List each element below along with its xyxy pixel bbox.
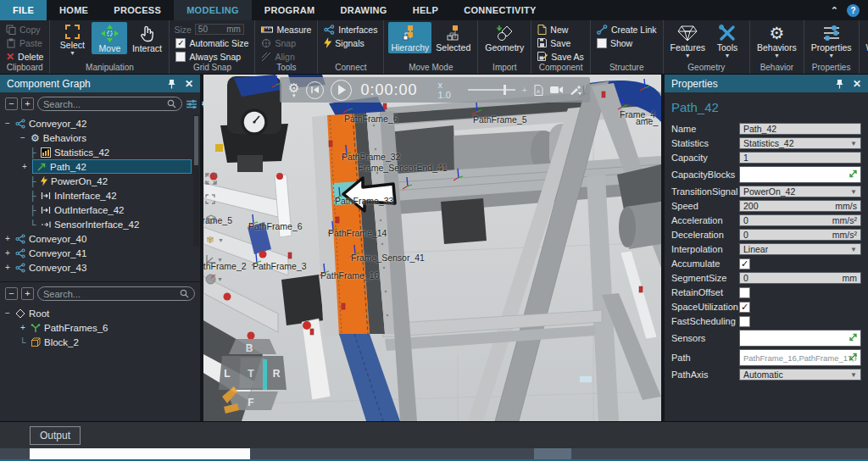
speed-increase-icon[interactable]: + [522,85,527,95]
wizards-button[interactable]: Wizards ▼ [864,22,868,59]
tree-scrollbar[interactable] [193,114,199,247]
pin-icon[interactable] [836,79,843,89]
coordinate-axis-icon[interactable]: ▼ [205,254,224,264]
tab-home[interactable]: HOME [47,0,101,20]
geometry-tools-button[interactable]: Tools ▼ [709,22,745,59]
move-button[interactable]: Move [92,22,127,54]
tab-process[interactable]: PROCESS [101,0,174,20]
accumulate-checkbox[interactable]: ✓ [739,258,750,269]
fit-view-icon[interactable] [205,194,224,204]
transitionsignal-dropdown[interactable]: PowerOn_42▼ [739,186,861,197]
close-panel-icon[interactable]: ✕ [853,78,861,90]
grid-mode-icon[interactable]: ▼ [205,235,224,245]
tree-item-conveyor-40[interactable]: + Conveyor_40 [3,231,200,246]
tab-drawing[interactable]: DRAWING [327,0,399,20]
viewport-3d[interactable]: B L T R F PathFrame_6 PathFrame_5 Frame_… [203,75,661,421]
features-button[interactable]: Features ▼ [668,22,708,59]
expand-editor-icon[interactable] [849,169,858,181]
search-input[interactable] [43,289,176,299]
grid-size-input[interactable]: 50mm [195,24,244,35]
collapse-all-button[interactable]: − [5,287,18,300]
new-button[interactable]: New [536,23,586,36]
shading-sphere-icon[interactable]: ▼ [205,274,224,285]
interact-button[interactable]: Interact [129,22,164,54]
measure-button[interactable]: Measure [259,23,313,36]
statistics-dropdown[interactable]: Statistics_42▼ [739,137,861,149]
reset-simulation-button[interactable] [306,81,324,99]
interpolation-dropdown[interactable]: Linear▼ [739,243,861,255]
snap-button[interactable]: Snap [259,36,313,49]
export-pdf-icon[interactable]: A [534,85,543,96]
interfaces-button[interactable]: Interfaces [322,23,379,36]
tree-item-block-2[interactable]: └ Block_2 [3,335,200,349]
structure-show-checkbox[interactable]: ✓ Show [595,36,659,49]
tree-item-behaviors[interactable]: − ⚙ Behaviors [3,131,200,145]
expand-editor-icon[interactable] [849,333,858,344]
create-link-button[interactable]: Create Link [595,23,659,36]
save-as-button[interactable]: Save As [536,50,586,63]
expand-all-button[interactable]: + [21,97,34,110]
help-icon[interactable]: ? [847,4,860,17]
speed-slider[interactable] [468,84,515,96]
select-button[interactable]: Select ▼ [54,22,90,57]
copy-button[interactable]: Copy [4,23,45,36]
tab-program[interactable]: PROGRAM [252,0,328,20]
speed-field[interactable]: 200mm/s [739,200,861,212]
node-tree-search[interactable] [37,286,195,301]
acceleration-field[interactable]: 0mm/s² [739,214,861,226]
tab-modeling[interactable]: MODELING [174,0,252,20]
tab-help[interactable]: HELP [400,0,452,20]
tree-item-sensorinterface-42[interactable]: └ SensorInterface_42 [3,217,200,231]
tree-item-conveyor-41[interactable]: + Conveyor_41 [3,246,200,260]
component-graph-search[interactable] [37,97,182,111]
filter-icon[interactable] [186,99,198,109]
tree-item-pathframes-6[interactable]: + PathFrames_6 [3,320,200,335]
align-button[interactable]: Align [259,50,313,63]
capacity-field[interactable]: 1 [739,152,861,164]
tree-item-path-42[interactable]: + Path_42 [3,159,200,174]
tree-item-conveyor-42[interactable]: − Conveyor_42 [3,116,200,131]
expand-editor-icon[interactable] [849,353,858,364]
tree-item-root[interactable]: − Root [3,306,200,320]
automatic-size-checkbox[interactable]: ✓ Automatic Size [174,36,250,49]
tab-file[interactable]: FILE [0,0,47,20]
simulation-settings-gear-icon[interactable]: ⚙▼ [288,82,299,97]
tree-item-poweron-42[interactable]: ├ PowerOn_42 [3,174,200,188]
pin-icon[interactable] [168,79,175,89]
close-panel-icon[interactable]: ✕ [185,78,193,90]
capacityblocks-field[interactable] [739,166,861,183]
path-field[interactable]: PathFrame_16,PathFrame_17,PathFra... [739,349,861,366]
spaceutilization-checkbox[interactable]: ✓ [739,302,750,313]
delete-button[interactable]: ✕ Delete [4,50,45,63]
selected-button[interactable]: Selected [433,22,473,53]
properties-button[interactable]: Properties ▼ [809,22,854,59]
save-button[interactable]: Save [536,36,586,49]
play-simulation-button[interactable] [331,80,352,101]
retainoffset-checkbox[interactable]: ✓ [739,287,750,298]
tree-item-outinterface-42[interactable]: ├ OutInterface_42 [3,203,200,217]
sensors-field[interactable] [739,330,861,347]
record-video-icon[interactable] [550,86,563,94]
deceleration-field[interactable]: 0mm/s² [739,229,861,241]
selected-tree-item[interactable]: Path_42 [32,159,192,174]
always-snap-checkbox[interactable]: ✓ Always Snap [174,50,250,63]
name-field[interactable]: Path_42 [739,123,861,135]
annotation-pen-icon[interactable] [570,85,581,95]
tab-connectivity[interactable]: CONNECTIVITY [451,0,549,20]
collapse-ribbon-icon[interactable]: ⌃ [831,5,838,16]
output-tab-button[interactable]: Output [30,426,81,445]
tree-item-statistics-42[interactable]: ├ Statistics_42 [3,145,200,159]
behaviors-button[interactable]: ⚙ Behaviors ▼ [754,22,799,59]
tree-item-ininterface-42[interactable]: ├ InInterface_42 [3,188,200,203]
collapse-all-button[interactable]: − [5,97,18,110]
search-input[interactable] [43,99,164,109]
segmentsize-field[interactable]: 0mm [739,272,861,284]
fastscheduling-checkbox[interactable]: ✓ [739,316,750,327]
paste-button[interactable]: Paste [4,36,45,49]
hierarchy-button[interactable]: Hierarchy [388,22,431,53]
fullscreen-icon[interactable] [205,173,224,185]
import-geometry-button[interactable]: Geometry [482,22,526,53]
expand-all-button[interactable]: + [21,287,34,300]
pathaxis-dropdown[interactable]: Automatic▼ [739,369,861,380]
render-mode-cube-icon[interactable] [205,214,224,225]
